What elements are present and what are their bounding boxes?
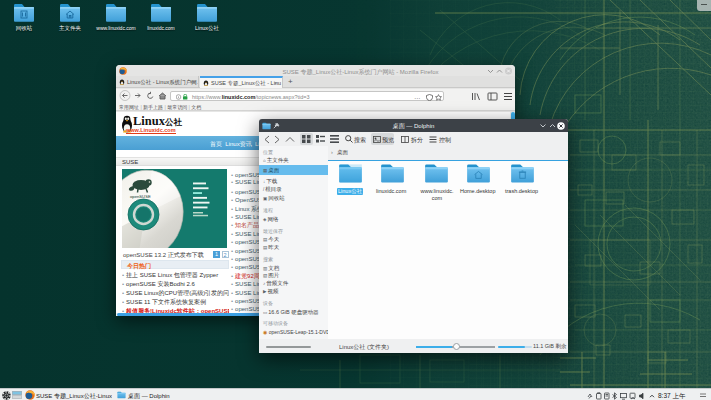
svg-text:openSUSE: openSUSE bbox=[130, 194, 151, 199]
